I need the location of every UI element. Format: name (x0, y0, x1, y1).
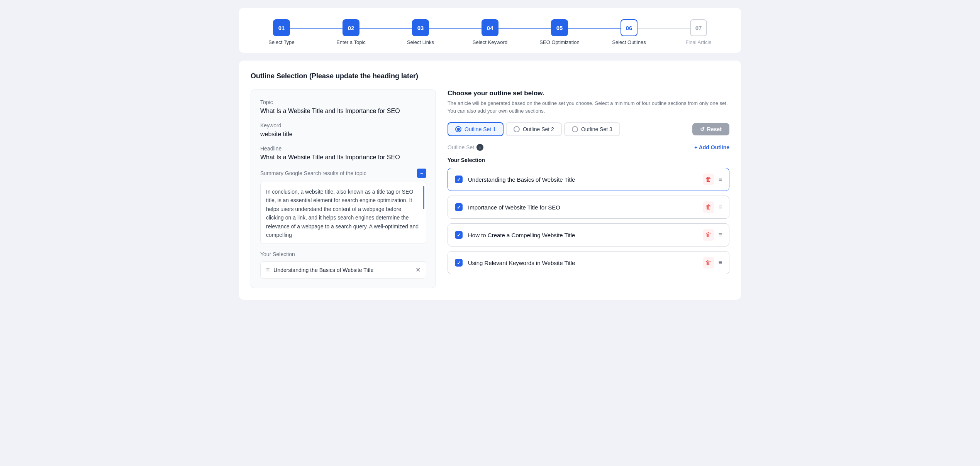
step-circle-3: 03 (412, 19, 429, 36)
step-1[interactable]: 01 Select Type (247, 19, 316, 45)
step-label-1: Select Type (268, 39, 295, 45)
menu-icon-3[interactable]: ≡ (719, 231, 722, 238)
stepper: 01 Select Type 02 Enter a Topic 03 Selec… (239, 8, 741, 53)
summary-label: Summary Google Search results of the top… (260, 170, 366, 176)
step-6[interactable]: 06 Select Outlines (594, 19, 664, 45)
radio-dot-3 (572, 126, 578, 132)
menu-icon-4[interactable]: ≡ (719, 259, 722, 266)
checkbox-2[interactable] (455, 203, 463, 211)
tab-label-1: Outline Set 1 (465, 126, 496, 132)
outline-item-4: Using Relevant Keywords in Website Title… (448, 251, 729, 274)
add-outline-button[interactable]: + Add Outline (694, 144, 729, 150)
trash-icon-2[interactable]: 🗑 (703, 201, 714, 213)
step-label-6: Select Outlines (612, 39, 646, 45)
outline-actions-3: 🗑 ≡ (703, 229, 722, 241)
step-circle-5: 05 (551, 19, 568, 36)
radio-dot-1 (455, 126, 461, 132)
info-circle: i (476, 144, 483, 151)
tab-outline-set-2[interactable]: Outline Set 2 (506, 122, 562, 136)
choose-desc: The article will be generated based on t… (448, 100, 729, 115)
trash-icon-1[interactable]: 🗑 (703, 174, 714, 185)
step-3[interactable]: 03 Select Links (386, 19, 455, 45)
section-title: Outline Selection (Please update the hea… (251, 72, 729, 80)
tab-outline-set-3[interactable]: Outline Set 3 (564, 122, 620, 136)
tab-outline-set-1[interactable]: Outline Set 1 (448, 122, 504, 136)
outline-item-3: How to Create a Compelling Website Title… (448, 223, 729, 247)
outline-actions-1: 🗑 ≡ (703, 174, 722, 185)
reset-label: Reset (707, 126, 722, 132)
summary-content: In conclusion, a website title, also kno… (266, 189, 419, 238)
step-7[interactable]: 07 Final Article (664, 19, 733, 45)
reset-button[interactable]: ↺ Reset (692, 123, 729, 135)
step-4[interactable]: 04 Select Keyword (455, 19, 525, 45)
checkbox-3[interactable] (455, 231, 463, 239)
outline-set-row: Outline Set i + Add Outline (448, 144, 729, 151)
radio-dot-2 (514, 126, 520, 132)
outline-item-1: Understanding the Basics of Website Titl… (448, 168, 729, 191)
two-col-layout: Topic What Is a Website Title and Its Im… (251, 89, 729, 288)
step-circle-6: 06 (621, 19, 638, 36)
checkbox-1[interactable] (455, 176, 463, 183)
selection-item: ≡ Understanding the Basics of Website Ti… (260, 261, 426, 279)
your-selection-heading: Your Selection (448, 157, 729, 163)
menu-icon-2[interactable]: ≡ (719, 204, 722, 211)
step-circle-7: 07 (690, 19, 707, 36)
topic-value: What Is a Website Title and Its Importan… (260, 108, 426, 115)
left-panel: Topic What Is a Website Title and Its Im… (251, 89, 436, 288)
outline-text-2: Importance of Website Title for SEO (468, 204, 698, 211)
step-circle-1: 01 (273, 19, 290, 36)
right-panel: Choose your outline set below. The artic… (448, 89, 729, 288)
outline-set-label: Outline Set i (448, 144, 483, 151)
keyword-value: website title (260, 131, 426, 138)
outline-text-4: Using Relevant Keywords in Website Title (468, 260, 698, 266)
step-label-5: SEO Optimization (539, 39, 579, 45)
trash-icon-3[interactable]: 🗑 (703, 229, 714, 241)
step-circle-2: 02 (342, 19, 359, 36)
content-area: Outline Selection (Please update the hea… (239, 61, 741, 300)
outline-actions-2: 🗑 ≡ (703, 201, 722, 213)
step-label-3: Select Links (407, 39, 434, 45)
trash-icon-4[interactable]: 🗑 (703, 257, 714, 268)
reset-icon: ↺ (700, 126, 705, 132)
checkbox-4[interactable] (455, 259, 463, 267)
outline-tabs: Outline Set 1 Outline Set 2 Outline Set … (448, 122, 729, 136)
step-label-2: Enter a Topic (336, 39, 366, 45)
outline-actions-4: 🗑 ≡ (703, 257, 722, 268)
keyword-label: Keyword (260, 122, 426, 128)
outline-item-2: Importance of Website Title for SEO 🗑 ≡ (448, 196, 729, 219)
close-icon[interactable]: ✕ (415, 266, 420, 274)
headline-label: Headline (260, 145, 426, 152)
summary-text: In conclusion, a website title, also kno… (260, 182, 426, 243)
choose-title: Choose your outline set below. (448, 89, 729, 97)
your-selection-label-left: Your Selection (260, 251, 426, 257)
selection-item-text: Understanding the Basics of Website Titl… (273, 267, 373, 273)
page-container: 01 Select Type 02 Enter a Topic 03 Selec… (239, 8, 741, 300)
tab-label-3: Outline Set 3 (581, 126, 612, 132)
step-circle-4: 04 (482, 19, 498, 36)
scrollbar[interactable] (423, 186, 424, 209)
collapse-button[interactable]: − (417, 169, 426, 178)
menu-icon-1[interactable]: ≡ (719, 176, 722, 183)
step-2[interactable]: 02 Enter a Topic (316, 19, 386, 45)
step-label-4: Select Keyword (473, 39, 507, 45)
step-5[interactable]: 05 SEO Optimization (525, 19, 594, 45)
topic-label: Topic (260, 99, 426, 105)
summary-header: Summary Google Search results of the top… (260, 169, 426, 178)
outline-set-text: Outline Set (448, 144, 474, 150)
outline-text-1: Understanding the Basics of Website Titl… (468, 176, 698, 183)
headline-value: What Is a Website Title and Its Importan… (260, 154, 426, 161)
step-label-7: Final Article (685, 39, 711, 45)
drag-icon: ≡ (266, 267, 270, 274)
tab-label-2: Outline Set 2 (523, 126, 554, 132)
outline-text-3: How to Create a Compelling Website Title (468, 232, 698, 238)
